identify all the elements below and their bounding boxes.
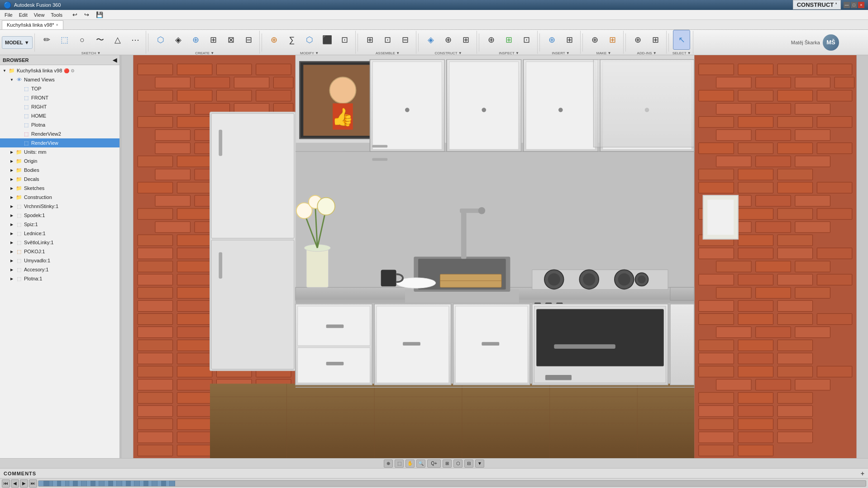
units-expander[interactable]: ▶ <box>8 148 15 156</box>
renderview2-expander[interactable] <box>15 130 23 137</box>
browser-item-units[interactable]: ▶ 📁 Units: mm <box>0 147 119 156</box>
browser-collapse-icon[interactable]: ◀ <box>113 57 117 63</box>
create-btn-6[interactable]: ⊟ <box>240 30 258 50</box>
create-btn-1[interactable]: ⬡ <box>152 30 169 50</box>
bodies-expander[interactable]: ▶ <box>8 166 15 174</box>
spiz-expander[interactable]: ▶ <box>8 221 15 228</box>
root-expander[interactable]: ▼ <box>1 67 8 74</box>
browser-item-plotna-view[interactable]: ⬚ Plotna <box>0 120 119 129</box>
browser-item-spiz[interactable]: ▶ ⬚ Spiz:1 <box>0 220 119 229</box>
browser-item-origin[interactable]: ▶ 📁 Origin <box>0 156 119 166</box>
construct-btn-1[interactable]: ◈ <box>422 30 439 50</box>
comments-add-icon[interactable]: + <box>861 470 864 477</box>
select-btn-1[interactable]: ↖ <box>673 30 690 50</box>
close-button[interactable]: × <box>858 2 864 8</box>
display-mode-btn[interactable]: ⬚ <box>395 460 404 468</box>
tab-close-icon[interactable]: × <box>56 23 58 27</box>
toolbar-save[interactable]: 💾 <box>93 10 106 19</box>
timeline-prev[interactable]: ⏮ <box>2 479 10 488</box>
home-expander[interactable] <box>15 112 23 119</box>
sketch-btn-6[interactable]: ⋯ <box>127 30 144 50</box>
pokoj-expander[interactable]: ▶ <box>8 248 15 255</box>
model-dropdown[interactable]: MODEL ▼ <box>2 36 33 49</box>
assemble-btn-2[interactable]: ⊡ <box>379 30 396 50</box>
addins-btn-1[interactable]: ⊕ <box>630 30 647 50</box>
zoom-btn[interactable]: 🔍 <box>416 460 425 468</box>
sketch-btn-5[interactable]: △ <box>109 30 126 50</box>
modify-btn-5[interactable]: ⊡ <box>336 30 353 50</box>
zoom-value-btn[interactable]: Q+ <box>427 460 441 468</box>
pan-btn[interactable]: ✋ <box>405 460 415 468</box>
spodek-expander[interactable]: ▶ <box>8 212 15 219</box>
plotna-view-expander[interactable] <box>15 121 23 128</box>
sketches-expander[interactable]: ▶ <box>8 185 15 192</box>
restore-button[interactable]: □ <box>851 2 857 8</box>
timeline-track[interactable] <box>38 480 866 487</box>
grid-btn[interactable]: ⊟ <box>464 460 473 468</box>
more-btn[interactable]: ▼ <box>475 460 484 468</box>
modify-btn-2[interactable]: ∑ <box>283 30 300 50</box>
modify-btn-1[interactable]: ⊕ <box>266 30 283 50</box>
lednice-expander[interactable]: ▶ <box>8 230 15 237</box>
assemble-btn-3[interactable]: ⊟ <box>397 30 414 50</box>
browser-item-pokoj[interactable]: ▶ ⬚ POKOJ:1 <box>0 247 119 256</box>
snap-btn[interactable]: ⊕ <box>384 460 393 468</box>
browser-item-home[interactable]: ⬚ HOME <box>0 111 119 120</box>
vrchnistinky-expander[interactable]: ▶ <box>8 203 15 210</box>
browser-item-renderview[interactable]: ⬚ RenderView <box>0 138 119 147</box>
create-btn-4[interactable]: ⊞ <box>205 30 222 50</box>
construct-btn-2[interactable]: ⊕ <box>440 30 457 50</box>
browser-item-vrchnistinky[interactable]: ▶ ⬚ VrchnniStinky:1 <box>0 202 119 211</box>
assemble-btn-1[interactable]: ⊞ <box>362 30 379 50</box>
right-expander[interactable] <box>15 103 23 110</box>
construction-expander[interactable]: ▶ <box>8 194 15 201</box>
construct-btn-3[interactable]: ⊞ <box>458 30 475 50</box>
sketch-btn-4[interactable]: 〜 <box>91 30 109 50</box>
create-btn-5[interactable]: ⊠ <box>223 30 240 50</box>
decals-expander[interactable]: ▶ <box>8 175 15 183</box>
make-btn-2[interactable]: ⊞ <box>604 30 621 50</box>
origin-expander[interactable]: ▶ <box>8 157 15 165</box>
browser-item-renderview2[interactable]: ⬚ RenderView2 <box>0 129 119 138</box>
main-tab[interactable]: Kuchyňská linka v98* × <box>2 20 63 29</box>
renderview-expander[interactable] <box>15 139 23 147</box>
browser-item-umyvadlo[interactable]: ▶ ⬚ Umyvadlo:1 <box>0 256 119 265</box>
svetlolinky-expander[interactable]: ▶ <box>8 239 15 246</box>
browser-item-spodek[interactable]: ▶ ⬚ Spodek:1 <box>0 211 119 220</box>
inspect-btn-1[interactable]: ⊕ <box>483 30 500 50</box>
timeline-fwd[interactable]: ⏭ <box>29 479 37 488</box>
render-mode-btn[interactable]: ⬡ <box>453 460 463 468</box>
browser-item-svetlolinky[interactable]: ▶ ⬚ SvětloLinky:1 <box>0 238 119 247</box>
browser-item-sketches[interactable]: ▶ 📁 Sketches <box>0 184 119 193</box>
top-expander[interactable] <box>15 85 23 92</box>
browser-item-construction[interactable]: ▶ 📁 Construction <box>0 193 119 202</box>
timeline-play[interactable]: ▶ <box>20 479 28 488</box>
modify-btn-4[interactable]: ⬛ <box>319 30 336 50</box>
browser-root[interactable]: ▼ 📁 Kuchyňská linka v98 🔴 ⚙ <box>0 66 119 75</box>
sketch-btn-2[interactable]: ⬚ <box>56 30 73 50</box>
accesory-expander[interactable]: ▶ <box>8 266 15 273</box>
browser-item-named-views[interactable]: ▼ 👁 Named Views <box>0 75 119 84</box>
menu-edit[interactable]: Edit <box>16 11 30 19</box>
timeline-back[interactable]: ◀ <box>11 479 19 488</box>
front-expander[interactable] <box>15 94 23 101</box>
menu-file[interactable]: File <box>2 11 15 19</box>
umyvadlo-expander[interactable]: ▶ <box>8 257 15 264</box>
menu-tools[interactable]: Tools <box>48 11 65 19</box>
browser-item-decals[interactable]: ▶ 📁 Decals <box>0 175 119 184</box>
make-btn-1[interactable]: ⊕ <box>587 30 604 50</box>
sketch-btn-3[interactable]: ○ <box>74 30 91 50</box>
inspect-btn-2[interactable]: ⊞ <box>501 30 518 50</box>
inspect-btn-3[interactable]: ⊡ <box>518 30 535 50</box>
minimize-button[interactable]: — <box>844 2 850 8</box>
toolbar-redo[interactable]: ↪ <box>81 10 92 19</box>
browser-item-lednice[interactable]: ▶ ⬚ Lednice:1 <box>0 229 119 238</box>
insert-btn-2[interactable]: ⊞ <box>561 30 578 50</box>
menu-view[interactable]: View <box>31 11 48 19</box>
create-btn-2[interactable]: ◈ <box>170 30 187 50</box>
create-btn-3[interactable]: ⊕ <box>187 30 205 50</box>
browser-item-front[interactable]: ⬚ FRONT <box>0 93 119 102</box>
modify-btn-3[interactable]: ⬡ <box>301 30 318 50</box>
browser-item-top[interactable]: ⬚ TOP <box>0 84 119 93</box>
plotna1-expander[interactable]: ▶ <box>8 275 15 282</box>
